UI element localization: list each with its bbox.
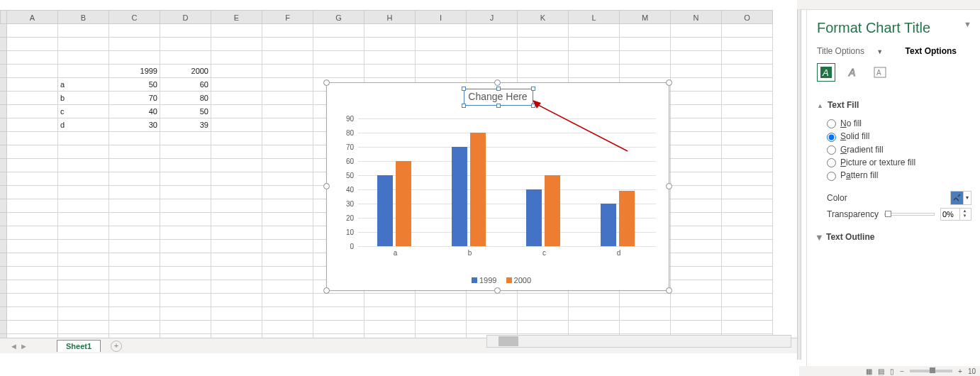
tab-title-options[interactable]: Title Options ▼	[817, 46, 893, 56]
chart-legend[interactable]: 1999 2000	[327, 276, 669, 284]
cell[interactable]	[671, 226, 722, 240]
cell[interactable]	[7, 65, 58, 78]
cell[interactable]	[671, 280, 722, 294]
cell[interactable]	[211, 78, 262, 92]
section-text-outline[interactable]: ▶Text Outline	[817, 232, 971, 242]
cell[interactable]	[722, 267, 773, 280]
zoom-out-button[interactable]: −	[900, 367, 904, 375]
cell[interactable]	[262, 321, 313, 334]
cell[interactable]	[160, 226, 211, 240]
row-header[interactable]	[0, 267, 7, 280]
cell[interactable]	[7, 307, 58, 321]
cell[interactable]	[671, 159, 722, 172]
column-header[interactable]: B	[58, 11, 109, 23]
row-header[interactable]	[0, 105, 7, 118]
text-effects-icon[interactable]: A	[844, 63, 862, 82]
cell[interactable]: c	[58, 105, 109, 118]
cell[interactable]	[7, 51, 58, 65]
row-headers[interactable]	[0, 24, 7, 348]
transparency-spinner[interactable]: ▲▼	[940, 208, 971, 221]
cell[interactable]	[109, 280, 160, 294]
cell[interactable]	[569, 38, 620, 51]
cell[interactable]	[211, 38, 262, 51]
cell[interactable]	[211, 267, 262, 280]
row-header[interactable]	[0, 159, 7, 172]
cell[interactable]	[211, 118, 262, 132]
cell[interactable]	[262, 280, 313, 294]
row-header[interactable]	[0, 240, 7, 253]
row-header[interactable]	[0, 92, 7, 105]
cell[interactable]	[160, 280, 211, 294]
sheet-nav-buttons[interactable]: ◄ ►	[0, 342, 57, 350]
cell[interactable]	[569, 307, 620, 321]
view-page-break-icon[interactable]: ▯	[890, 367, 894, 375]
row-header[interactable]	[0, 280, 7, 294]
cell[interactable]	[109, 253, 160, 267]
resize-handle[interactable]	[666, 183, 672, 189]
cell[interactable]	[518, 294, 569, 307]
cell[interactable]	[262, 92, 313, 105]
cell[interactable]: 70	[109, 92, 160, 105]
cell[interactable]	[262, 226, 313, 240]
cell[interactable]	[722, 186, 773, 199]
cell[interactable]	[416, 321, 467, 334]
cell[interactable]	[722, 172, 773, 186]
cell[interactable]	[722, 65, 773, 78]
embedded-chart[interactable]: Change Here 0102030405060708090 abcd 199…	[326, 82, 669, 291]
cell[interactable]	[671, 118, 722, 132]
cell[interactable]	[671, 172, 722, 186]
column-header[interactable]: H	[364, 11, 416, 23]
column-header[interactable]: K	[518, 11, 569, 23]
cell[interactable]	[262, 199, 313, 213]
radio-picture-fill[interactable]: Picture or texture fill	[827, 157, 971, 167]
chart-title[interactable]: Change Here	[465, 90, 530, 103]
cell[interactable]	[722, 213, 773, 226]
cell[interactable]	[671, 51, 722, 65]
cell[interactable]	[364, 321, 416, 334]
cell[interactable]	[109, 321, 160, 334]
resize-handle[interactable]	[494, 79, 501, 86]
cell[interactable]	[671, 199, 722, 213]
cell[interactable]	[467, 24, 518, 38]
cell[interactable]	[569, 24, 620, 38]
cell[interactable]	[364, 38, 416, 51]
row-header[interactable]	[0, 118, 7, 132]
cell[interactable]	[569, 51, 620, 65]
cell[interactable]	[58, 253, 109, 267]
cell[interactable]	[620, 24, 671, 38]
cell[interactable]	[109, 226, 160, 240]
column-header[interactable]: N	[671, 11, 722, 23]
cell[interactable]	[211, 321, 262, 334]
row-header[interactable]	[0, 321, 7, 334]
cell[interactable]	[313, 65, 364, 78]
cell[interactable]	[364, 307, 416, 321]
cell[interactable]	[518, 65, 569, 78]
column-header[interactable]: G	[313, 11, 364, 23]
cell[interactable]	[722, 145, 773, 159]
cell[interactable]	[211, 253, 262, 267]
cell[interactable]	[671, 294, 722, 307]
cell[interactable]	[109, 132, 160, 145]
row-header[interactable]	[0, 307, 7, 321]
cell[interactable]	[262, 307, 313, 321]
cell[interactable]	[211, 213, 262, 226]
row-header[interactable]	[0, 132, 7, 145]
cell[interactable]	[262, 294, 313, 307]
cell[interactable]	[58, 307, 109, 321]
cell[interactable]	[416, 294, 467, 307]
cell[interactable]	[211, 294, 262, 307]
cell[interactable]	[262, 253, 313, 267]
cell[interactable]	[313, 24, 364, 38]
cell[interactable]	[671, 132, 722, 145]
column-headers[interactable]: ABCDEFGHIJKLMNO	[7, 10, 773, 24]
cell[interactable]	[7, 132, 58, 145]
cell[interactable]	[109, 172, 160, 186]
cell[interactable]	[467, 51, 518, 65]
cell[interactable]	[416, 65, 467, 78]
view-page-layout-icon[interactable]: ▤	[878, 367, 884, 375]
cell[interactable]	[7, 159, 58, 172]
resize-handle[interactable]	[494, 287, 501, 294]
cell[interactable]	[722, 92, 773, 105]
cell[interactable]	[722, 105, 773, 118]
cell[interactable]	[671, 240, 722, 253]
